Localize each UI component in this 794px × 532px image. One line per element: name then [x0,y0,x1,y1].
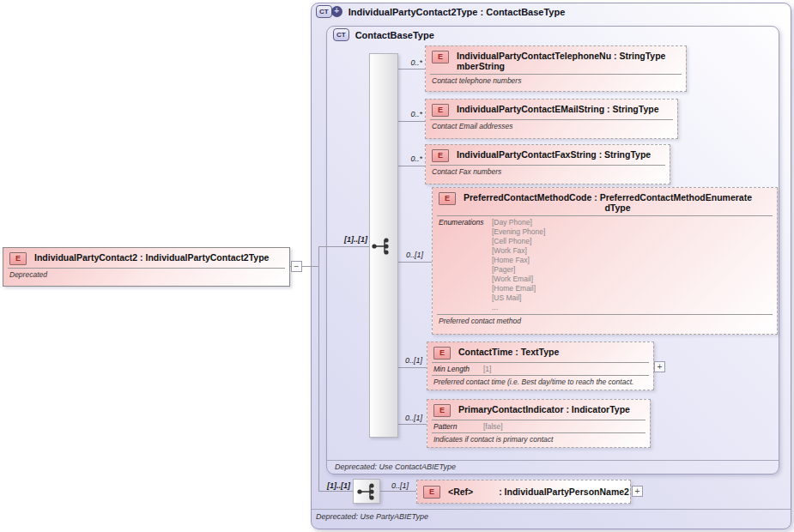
element-email[interactable]: E IndividualPartyContactEMailString : St… [425,99,678,139]
inner-container-header: CT ContactBaseType [333,28,434,41]
ref-type: : IndividualPartyPersonName2 [499,487,629,497]
element-primary-contact-indicator[interactable]: E PrimaryContactIndicator : IndicatorTyp… [427,399,651,448]
facet-value: [false] [483,422,503,431]
element-preferred-contact-method[interactable]: E PreferredContactMethodCode : Preferred… [432,187,778,335]
complextype-icon: CT [333,28,349,41]
outer-container-title: IndividualPartyContact2Type : ContactBas… [349,7,566,17]
element-annotation: Contact telephone numbers [426,75,686,85]
schema-diagram: CT + IndividualPartyContact2Type : Conta… [0,0,794,532]
element-icon: E [423,486,440,499]
enumerations-row: Enumerations [Day Phone] [Evening Phone]… [433,216,777,312]
element-annotation: Contact Fax numbers [426,166,670,176]
element-ref-individualpartypersonname2[interactable]: E <Ref> : IndividualPartyPersonName2 [416,480,631,504]
cardinality-ref-sequence: [1]..[1] [321,481,350,490]
facet-label: Pattern [433,422,483,431]
element-title-row: E PreferredContactMethodCode : Preferred… [433,188,777,214]
ref-sequence-box [353,479,380,504]
element-icon: E [433,404,451,417]
cardinality-sequence: [1]..[1] [336,235,367,244]
cardinality-email: 0..* [395,110,422,118]
derivation-plus-icon: + [331,6,342,17]
connector-ref [380,491,416,492]
element-icon: E [439,192,456,205]
cardinality-fax: 0..* [395,154,422,163]
element-icon: E [432,104,449,117]
sequence-icon[interactable] [370,236,392,257]
element-icon: E [9,252,27,265]
outer-deprecated-note: Deprecated: Use PartyABIEType [316,512,428,521]
connector-primary [398,424,427,425]
cardinality-primary: 0..[1] [391,414,422,422]
element-icon: E [432,149,449,162]
element-contact-time[interactable]: E ContactTime : TextType Min Length [1] … [427,342,654,390]
ref-name: <Ref> [448,487,473,497]
element-title-row: E PrimaryContactIndicator : IndicatorTyp… [427,400,650,418]
facet-label: Min Length [433,365,483,373]
inner-deprecated-note: Deprecated: Use ContactABIEType [335,462,456,471]
element-icon: E [433,347,451,360]
element-annotation: Preferred contact time (i.e. Best day/ti… [427,376,653,386]
connector-preferred [398,262,432,263]
element-title: IndividualPartyContactTelephoneNu : Stri… [457,51,681,71]
element-title-row: E IndividualPartyContactEMailString : St… [426,100,677,118]
facet-value: [1] [483,365,491,373]
element-title: ContactTime : TextType [458,347,648,357]
cardinality-preferred: 0..[1] [391,251,423,259]
connector-telephone [398,69,425,70]
element-annotation: Indicates if contact is primary contact [427,433,650,444]
facet-row: Min Length [1] [427,363,653,373]
element-title: PrimaryContactIndicator : IndicatorType [458,404,645,414]
complextype-derived-icon: CT + [316,5,342,18]
element-title: IndividualPartyContactEMailString : Stri… [457,104,672,114]
element-title-row: E IndividualPartyContact2 : IndividualPa… [3,248,289,266]
expand-toggle-contact-time[interactable]: + [654,361,665,372]
connector-email [398,121,425,122]
element-telephone-number[interactable]: E IndividualPartyContactTelephoneNu : St… [425,45,687,92]
element-title: IndividualPartyContactFaxString : String… [457,149,664,160]
connector-to-sequence [318,246,370,247]
element-annotation: Contact Email addresses [426,120,677,130]
facet-label: Enumerations [439,218,492,227]
connector-contacttime [398,367,427,368]
connector-trunk [318,246,319,492]
connector-to-ref-sequence [318,491,353,492]
outer-container-header: CT + IndividualPartyContact2Type : Conta… [316,5,565,18]
connector-fax [398,166,425,166]
cardinality-telephone: 0..* [395,58,422,67]
element-individualpartycontact2[interactable]: E IndividualPartyContact2 : IndividualPa… [3,247,290,287]
element-icon: E [432,51,449,63]
element-title-row: E ContactTime : TextType [427,342,653,360]
element-annotation: Preferred contact method [433,315,777,325]
element-annotation: Deprecated [3,269,289,279]
inner-container-title: ContactBaseType [355,30,434,40]
cardinality-contacttime: 0..[1] [391,356,422,365]
outer-footer-divider [312,509,791,510]
collapse-toggle[interactable]: − [291,261,302,272]
inner-footer-divider [327,460,779,461]
element-title: PreferredContactMethodCode : PreferredCo… [464,192,772,213]
expand-toggle-ref[interactable]: + [632,486,643,497]
cardinality-ref: 0..[1] [383,481,409,490]
enumeration-values: [Day Phone] [Evening Phone] [Cell Phone]… [492,218,545,312]
element-title-row: E IndividualPartyContactTelephoneNu : St… [426,46,686,72]
element-title-row: E IndividualPartyContactFaxString : Stri… [426,145,670,163]
sequence-icon[interactable] [355,481,378,502]
facet-row: Pattern [false] [427,420,650,431]
element-fax[interactable]: E IndividualPartyContactFaxString : Stri… [425,144,670,184]
element-title: IndividualPartyContact2 : IndividualPart… [34,252,284,263]
